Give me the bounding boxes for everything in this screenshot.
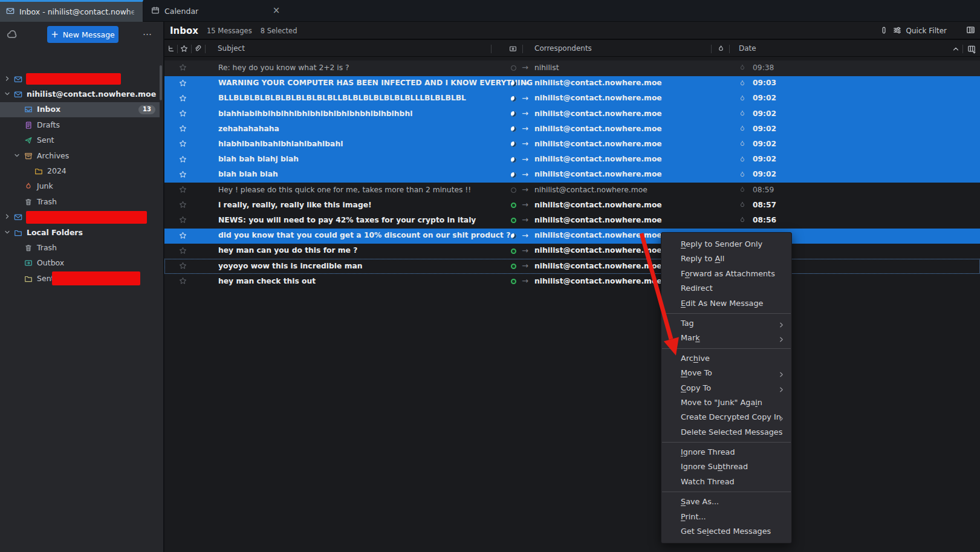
message-row[interactable]: blahhlablhblhblhhlbhlbhlbhlbhlbhbhlblhbl… — [164, 106, 980, 122]
folder-row-junk[interactable]: Junk — [0, 179, 160, 194]
tab-calendar-title: Calendar — [164, 7, 198, 16]
message-row[interactable]: yoyoyo wow this is incredible man→nihili… — [164, 259, 980, 274]
message-correspondent: nihilist@contact.nowhere.moe — [534, 79, 734, 87]
message-row[interactable]: NEWS: you will need to pay 42% taxes for… — [164, 213, 980, 228]
menu-item-label: Tag — [681, 319, 694, 328]
menu-item-redirect[interactable]: Redirect — [661, 281, 791, 296]
menu-item-copy-to[interactable]: Copy To — [661, 381, 791, 395]
star-icon — [179, 186, 187, 193]
folder-row-2024[interactable]: 2024 — [0, 163, 160, 178]
tab-inbox[interactable]: Inbox - nihilist@contact.nowhere.mo — [0, 0, 143, 22]
read-status-dot[interactable] — [511, 233, 516, 239]
outgoing-arrow-icon: → — [522, 124, 528, 133]
menu-item-delete-selected-messages[interactable]: Delete Selected Messages — [661, 425, 791, 440]
message-row[interactable]: blah blah blah→nihilist@contact.nowhere.… — [164, 167, 980, 183]
menu-item-label: Save As... — [681, 497, 719, 506]
folder2-icon — [24, 274, 33, 283]
folder-row-local-folders[interactable]: Local Folders — [0, 225, 160, 240]
message-subject: i really, really, really like this image… — [218, 201, 557, 209]
read-status-dot[interactable] — [511, 96, 516, 102]
folder-label: Junk — [37, 181, 53, 190]
message-row[interactable]: i really, really, really like this image… — [164, 198, 980, 213]
star-icon — [179, 232, 187, 239]
folder-row-outbox[interactable]: Outbox — [0, 256, 160, 271]
folder-row-trash[interactable]: Trash — [0, 240, 160, 255]
account-icon — [14, 213, 22, 221]
folder-row-drafts[interactable]: Drafts — [0, 117, 160, 132]
folder-pane: + New Message … nihilist@contact.nowhere… — [0, 22, 163, 552]
menu-item-forward-as-attachments[interactable]: Forward as Attachments — [661, 267, 791, 281]
message-subject: zehahahahaha — [218, 125, 557, 133]
menu-item-watch-thread[interactable]: Watch Thread — [661, 475, 791, 489]
outgoing-arrow-icon: → — [522, 63, 528, 72]
calendar-icon — [151, 6, 160, 15]
read-status-dot[interactable] — [511, 248, 516, 254]
menu-item-tag[interactable]: Tag — [661, 316, 791, 331]
message-row[interactable]: Hey ! please do this quick one for me, t… — [164, 183, 980, 198]
tab-bar: Inbox - nihilist@contact.nowhere.mo Cale… — [0, 0, 980, 22]
menu-item-save-as[interactable]: Save As... — [661, 495, 791, 509]
menu-item-create-decrypted-copy-in[interactable]: Create Decrypted Copy In — [661, 410, 791, 424]
read-status-dot[interactable] — [511, 111, 516, 117]
message-row[interactable]: BLLBLBLBLBLBLBLBLBLBLBLLBLBLBLBLBLBLBLLL… — [164, 91, 980, 106]
message-row[interactable]: did you know that you could get a 10% di… — [164, 229, 980, 244]
redaction-box — [26, 211, 147, 224]
message-row[interactable]: Re: hey do you know what 2+2 is ?→nihili… — [164, 60, 980, 76]
read-status-dot[interactable] — [511, 187, 516, 193]
folder-row-redacted[interactable] — [0, 210, 160, 225]
folder-label: Sent — [37, 135, 54, 144]
menu-item-mark[interactable]: Mark — [661, 331, 791, 345]
tab-close-button[interactable]: × — [271, 5, 281, 15]
menu-item-move-to-junk-again[interactable]: Move to "Junk" Again — [661, 395, 791, 410]
folder-row-sent[interactable]: Sent — [0, 133, 160, 148]
read-status-dot[interactable] — [511, 157, 516, 163]
read-status-dot[interactable] — [511, 264, 516, 269]
read-status-dot[interactable] — [511, 172, 516, 178]
message-row[interactable]: WARNING YOUR COMPUTER HAS BEEN INFECTED … — [164, 76, 980, 91]
folder-row-nihilist-contact-nowhere-moe[interactable]: nihilist@contact.nowhere.moe — [0, 86, 160, 102]
junk-status-icon — [739, 64, 746, 71]
sidebar-scrollbar[interactable] — [160, 65, 162, 100]
menu-item-get-selected-messages[interactable]: Get Selected Messages — [661, 524, 791, 539]
menu-item-reply-to-sender-only[interactable]: Reply to Sender Only — [661, 237, 791, 252]
outgoing-arrow-icon: → — [522, 170, 528, 179]
menu-item-move-to[interactable]: Move To — [661, 366, 791, 380]
menu-item-label: Mark — [681, 333, 700, 342]
message-row[interactable]: zehahahahaha→nihilist@contact.nowhere.mo… — [164, 122, 980, 137]
menu-item-print[interactable]: Print... — [661, 510, 791, 524]
message-subject: Hey ! please do this quick one for me, t… — [218, 186, 557, 194]
read-status-dot[interactable] — [511, 81, 516, 86]
menu-item-reply-to-all[interactable]: Reply to All — [661, 252, 791, 266]
chevron-down-icon — [13, 152, 21, 159]
tab-calendar[interactable]: Calendar — [145, 0, 284, 22]
folder-row-redacted[interactable] — [0, 71, 160, 86]
outgoing-arrow-icon: → — [522, 139, 528, 148]
folder-row-trash[interactable]: Trash — [0, 194, 160, 209]
outgoing-arrow-icon: → — [522, 79, 528, 88]
message-row[interactable]: blah bah blahj blah→nihilist@contact.now… — [164, 152, 980, 167]
menu-item-ignore-thread[interactable]: Ignore Thread — [661, 445, 791, 459]
folder-pane-options-icon[interactable]: … — [143, 27, 152, 37]
message-correspondent: nihilist@contact.nowhere.moe — [534, 140, 734, 148]
new-message-button[interactable]: + New Message — [47, 26, 118, 43]
message-row[interactable]: hlabhlbahlbahlbhlahlbahlbahl→nihilist@co… — [164, 137, 980, 152]
message-date: 09:03 — [753, 79, 776, 87]
spaces-toggle-icon[interactable] — [6, 28, 18, 42]
folder-label: Trash — [37, 197, 57, 206]
message-row[interactable]: hey man check this out→nihilist@contact.… — [164, 274, 980, 289]
message-date: 08:56 — [753, 216, 776, 224]
message-subject: did you know that you could get a 10% di… — [218, 231, 557, 239]
folder-row-archives[interactable]: Archives — [0, 148, 160, 163]
message-subject: blah blah blah — [218, 170, 557, 178]
menu-item-archive[interactable]: Archive — [661, 351, 791, 366]
menu-item-edit-as-new-message[interactable]: Edit As New Message — [661, 296, 791, 311]
junk-status-icon — [739, 80, 746, 87]
folder-row-inbox[interactable]: Inbox13 — [0, 102, 160, 117]
message-subject: WARNING YOUR COMPUTER HAS BEEN INFECTED … — [218, 79, 557, 87]
message-date: 09:02 — [753, 94, 776, 102]
folder-row-sent[interactable]: Sent- — [0, 271, 160, 286]
menu-item-ignore-subthread[interactable]: Ignore Subthread — [661, 459, 791, 474]
message-row[interactable]: hey man can you do this for me ?→nihilis… — [164, 244, 980, 259]
folder-icon — [34, 167, 43, 175]
tab-inbox-title: Inbox - nihilist@contact.nowhere.mo — [19, 7, 134, 16]
